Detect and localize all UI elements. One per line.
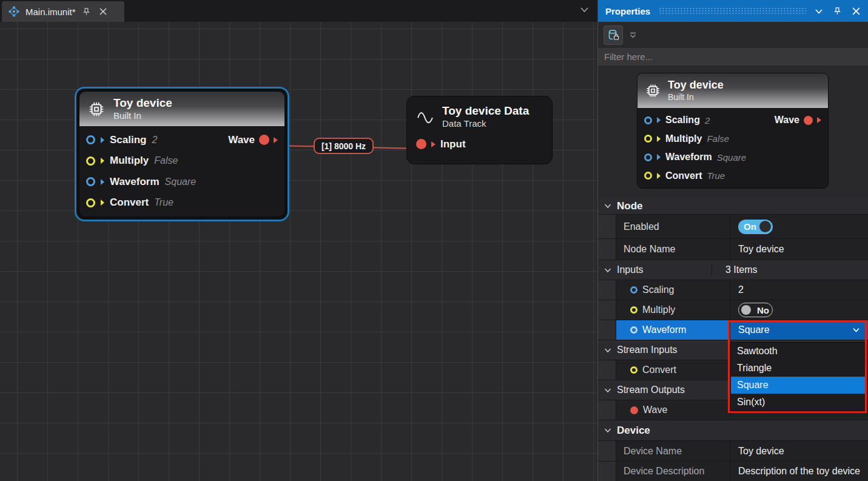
multiply-port-icon: [630, 306, 638, 314]
node-name-value[interactable]: Toy device: [730, 239, 868, 260]
section-inputs[interactable]: Inputs 3 Items: [598, 260, 868, 280]
panel-title: Properties: [605, 6, 650, 16]
waveform-port-icon: [630, 326, 638, 334]
graph-document-icon: [8, 5, 20, 18]
dropdown-option-sawtooth[interactable]: Sawtooth: [731, 343, 866, 360]
chevron-down-icon[interactable]: [604, 388, 611, 393]
properties-panel: Properties: [597, 0, 868, 481]
editor-tab-bar: Main.imunit*: [0, 0, 597, 22]
output-wave-label: Wave: [228, 134, 255, 146]
toy-device-node-header[interactable]: Toy device Built In: [79, 92, 284, 126]
node-title: Toy device: [113, 96, 172, 110]
node-name-label: Node Name: [616, 239, 730, 260]
scaling-label: Scaling: [642, 284, 674, 295]
chevron-down-icon[interactable]: [604, 203, 611, 209]
port-row-multiply: Multiply False: [86, 151, 278, 171]
lock-selection-button[interactable]: [604, 25, 623, 45]
node-preview-zone: Toy device Built In Scaling 2 Wave: [598, 66, 868, 198]
waveform-label: Waveform: [642, 325, 686, 335]
row-device-description: Device Description Description of the to…: [598, 462, 868, 481]
row-device-name: Device Name Toy device: [598, 441, 868, 462]
section-device[interactable]: Device: [598, 420, 868, 441]
input-port-convert[interactable]: [86, 198, 95, 207]
connection-rate-badge: [1] 8000 Hz: [314, 138, 374, 154]
preview-port-waveform: [644, 153, 652, 161]
multiply-label: Multiply: [642, 304, 675, 315]
chevron-down-icon[interactable]: [604, 348, 611, 353]
chevron-down-icon[interactable]: [604, 267, 611, 273]
close-tab-icon[interactable]: [98, 6, 109, 17]
enabled-label: Enabled: [616, 215, 730, 238]
preview-port-wave: [804, 116, 813, 125]
dropdown-option-sinxt[interactable]: Sin(xt): [731, 394, 866, 411]
tab-main-imunit[interactable]: Main.imunit*: [2, 1, 124, 22]
convert-port-icon: [630, 366, 638, 374]
enabled-toggle[interactable]: On: [738, 220, 773, 234]
port-row-scaling: Scaling 2 Wave: [86, 130, 278, 150]
preview-port-multiply: [644, 135, 652, 143]
device-description-value[interactable]: Description of the toy device: [730, 462, 868, 481]
convert-label: Convert: [642, 365, 676, 375]
property-grid: Node Enabled On Node Name Toy device: [598, 198, 868, 481]
preview-subtitle: Built In: [668, 92, 724, 103]
toggle-knob: [759, 221, 771, 232]
node-preview-card: Toy device Built In Scaling 2 Wave: [637, 73, 829, 189]
close-panel-icon[interactable]: [852, 7, 861, 16]
waveform-dropdown-list: Sawtooth Triangle Square Sin(xt): [730, 342, 866, 411]
titlebar-drag-texture: [659, 7, 806, 15]
dropdown-option-square[interactable]: Square: [731, 377, 866, 394]
toggle-knob: [741, 305, 751, 315]
toy-device-node[interactable]: Toy device Built In Scaling 2 Wave: [75, 87, 289, 221]
scaling-port-icon: [630, 286, 638, 294]
input-port-scaling[interactable]: [86, 135, 95, 144]
preview-title: Toy device: [668, 79, 724, 92]
waveform-dropdown[interactable]: Square: [730, 320, 868, 340]
input-port-multiply[interactable]: [86, 156, 95, 166]
device-name-label: Device Name: [616, 441, 730, 461]
inputs-count: 3 Items: [718, 264, 868, 275]
output-port-wave[interactable]: [259, 135, 269, 145]
chevron-down-icon[interactable]: [604, 428, 611, 433]
panel-menu-chevron-icon[interactable]: [815, 8, 823, 15]
input-port-waveform[interactable]: [86, 177, 95, 186]
tab-list-chevron-icon[interactable]: [580, 6, 589, 13]
wave-port-icon: [630, 406, 638, 414]
chip-icon: [87, 100, 106, 118]
dropdown-option-triangle[interactable]: Triangle: [731, 360, 866, 377]
device-description-label: Device Description: [616, 462, 730, 481]
properties-toolbar: [598, 22, 868, 48]
port-row-waveform: Waveform Square: [86, 172, 278, 192]
port-row-convert: Convert True: [86, 193, 278, 213]
row-enabled: Enabled On: [598, 215, 868, 239]
preview-port-convert: [644, 172, 652, 180]
properties-titlebar[interactable]: Properties: [598, 0, 868, 22]
row-node-name: Node Name Toy device: [598, 239, 868, 260]
pin-tab-icon[interactable]: [81, 6, 92, 17]
port-row-input: Input: [416, 138, 543, 150]
chip-icon: [645, 82, 661, 99]
node-subtitle: Data Track: [442, 118, 529, 129]
row-multiply: Multiply No: [598, 300, 868, 320]
node-graph-canvas[interactable]: [1] 8000 Hz: [0, 22, 597, 481]
preview-port-scaling: [644, 116, 652, 124]
toolbar-more-chevron-icon[interactable]: [629, 32, 637, 39]
device-name-value[interactable]: Toy device: [730, 441, 868, 461]
tab-title: Main.imunit*: [25, 7, 76, 17]
row-scaling: Scaling 2: [598, 280, 868, 300]
section-node[interactable]: Node: [598, 198, 868, 215]
node-title: Toy device Data: [442, 104, 529, 118]
filter-input[interactable]: [598, 48, 868, 66]
toy-device-data-node[interactable]: Toy device Data Data Track Input: [406, 96, 553, 164]
multiply-toggle[interactable]: No: [738, 303, 773, 317]
pin-panel-icon[interactable]: [833, 7, 842, 16]
chevron-down-icon: [852, 327, 860, 333]
sine-wave-icon: [416, 109, 434, 124]
scaling-value[interactable]: 2: [730, 280, 868, 300]
application-window: Main.imunit* [1] 8000: [0, 0, 868, 481]
input-port-input[interactable]: [416, 139, 426, 149]
node-subtitle: Built In: [113, 110, 172, 121]
wave-label: Wave: [643, 405, 667, 415]
row-waveform: Waveform Square: [598, 320, 868, 340]
